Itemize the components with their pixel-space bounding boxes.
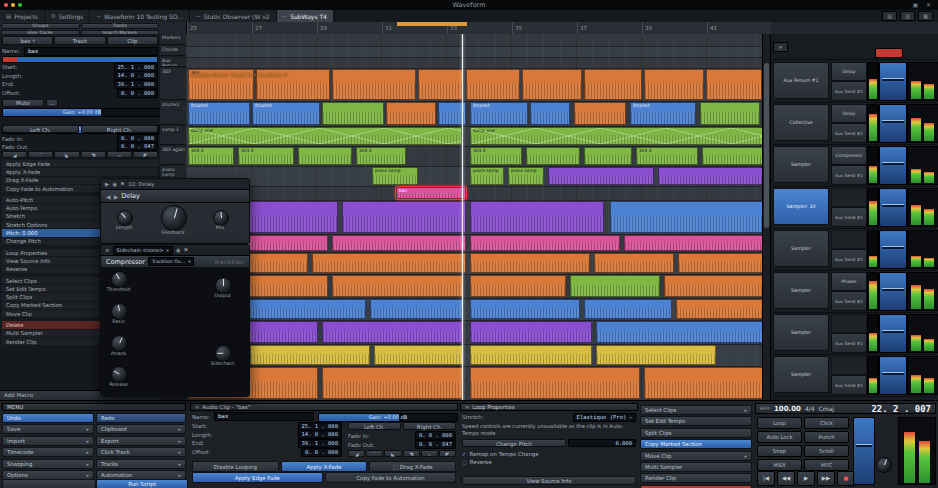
field-value[interactable]: 39. 1 . 000 <box>298 439 342 448</box>
volume-fader[interactable] <box>879 272 907 311</box>
gain-slider[interactable]: Gain: +0.00 dB <box>2 108 162 117</box>
fade-curve-icon[interactable]: ◥ <box>403 450 420 457</box>
clip-color-bar[interactable] <box>2 56 158 63</box>
master-fader[interactable] <box>853 417 875 485</box>
clip-303-4[interactable]: 303 4 <box>188 147 234 165</box>
rack-device-sampler[interactable]: Sampler <box>773 230 829 267</box>
clip[interactable] <box>322 321 464 343</box>
browser-groups-button[interactable]: Groups <box>1 23 80 29</box>
fade-curve-icon[interactable]: ◤ <box>133 151 158 158</box>
fade-curve-icon[interactable]: ◣ <box>384 450 401 457</box>
more-icon[interactable]: … <box>46 99 58 107</box>
clip-piano-samp[interactable]: piano samp <box>508 167 544 185</box>
key-signature[interactable]: Cmaj <box>819 405 834 412</box>
vertical-scrollbar[interactable] <box>762 34 770 400</box>
action-copy-marked-section[interactable]: Copy Marked Section <box>640 439 752 449</box>
track-header-aux-return[interactable]: Aux Return <box>160 57 186 67</box>
rack-device-sampler[interactable]: Sampler <box>773 146 829 183</box>
clip[interactable] <box>574 102 626 125</box>
button-copy-fade-to-automation[interactable]: Copy Fade to Automation <box>325 472 456 483</box>
clip[interactable] <box>658 167 764 185</box>
clip[interactable] <box>664 275 766 297</box>
left-channel-button[interactable]: Left Ch. <box>2 125 79 133</box>
clip[interactable] <box>570 275 660 297</box>
clip[interactable] <box>644 367 766 399</box>
action-split-clips[interactable]: Split Clips <box>640 428 752 438</box>
rack-fx-slot[interactable] <box>831 314 867 333</box>
action-multi-sampler[interactable]: Multi Sampler <box>640 462 752 472</box>
hamburger-icon[interactable]: ≡ <box>105 247 110 253</box>
clip-piano-samp[interactable]: piano samp <box>470 167 504 185</box>
clip-piano-samp[interactable]: piano samp <box>372 167 418 185</box>
tab-clip[interactable]: Clip <box>107 36 158 45</box>
mixer-icon[interactable]: ▥ <box>900 11 915 21</box>
clip-drums1[interactable]: Drums1 <box>470 102 528 125</box>
rack-aux-send-1[interactable]: Aux Send #1 <box>831 333 867 353</box>
clip[interactable] <box>702 147 764 165</box>
volume-fader[interactable] <box>879 188 907 227</box>
clip[interactable] <box>332 235 466 251</box>
menu-tracks[interactable]: Tracks▸ <box>96 459 186 469</box>
clip-name-input[interactable]: bax <box>24 47 158 56</box>
clip[interactable] <box>678 253 766 273</box>
clip[interactable] <box>596 345 716 365</box>
menu-import[interactable]: Import▸ <box>2 436 94 446</box>
clip[interactable] <box>298 147 352 165</box>
run-script-button[interactable]: Run Script <box>96 479 188 488</box>
fade-curve-icon[interactable]: ◢ <box>348 450 365 457</box>
clip-303-4[interactable]: 303 4 <box>470 147 522 165</box>
tab-static-observer-w-v2[interactable]: ~Static Observer (W v2 <box>190 10 277 22</box>
menu-snapping[interactable]: Snapping▸ <box>2 459 94 469</box>
bpm-value[interactable]: 100.00 <box>774 405 801 413</box>
release-knob[interactable] <box>111 366 128 383</box>
toggle-auto-lock[interactable]: Auto Lock <box>757 431 802 443</box>
track-header-303-again[interactable]: 303 again <box>160 146 186 165</box>
clip[interactable] <box>470 275 566 297</box>
button-apply-x-fade[interactable]: Apply X-Fade <box>281 461 368 472</box>
clip[interactable] <box>584 69 642 100</box>
fader-handle[interactable] <box>882 288 904 291</box>
track-header-chords[interactable]: Chords <box>160 46 186 56</box>
rack-fx-phaser[interactable]: Phaser <box>831 272 867 291</box>
fader-handle[interactable] <box>856 444 872 447</box>
left-channel-button[interactable]: Left Ch. <box>348 422 401 430</box>
clip[interactable] <box>470 321 592 343</box>
clip-samp-one[interactable]: samp one <box>188 127 462 145</box>
toggle-mtc[interactable]: MTC <box>804 459 849 471</box>
tab-subways-t4[interactable]: ~SubWays T4 <box>277 10 334 22</box>
clip[interactable] <box>700 102 760 125</box>
arrangement-area[interactable]: 303Drums1Drums1Drums1Drums1samp onesamp … <box>186 34 770 400</box>
rack-device-sampler[interactable]: Sampler <box>773 272 829 309</box>
check-remap-on-tempo-change[interactable]: ✓Remap on Tempo Change <box>462 450 636 458</box>
rack-device-sampler[interactable]: Sampler <box>773 356 829 393</box>
volume-fader[interactable] <box>879 146 907 185</box>
stretch-select[interactable]: Elastique (Pro)▾ <box>573 413 636 422</box>
play-icon[interactable]: ▶ <box>105 181 109 187</box>
fader-handle[interactable] <box>882 120 904 123</box>
clip[interactable] <box>470 299 580 319</box>
clip[interactable] <box>470 367 640 399</box>
mix-knob[interactable] <box>213 210 229 226</box>
tab-track[interactable]: Track <box>54 36 105 45</box>
clip[interactable] <box>250 345 370 365</box>
menu-timecode[interactable]: Timecode▸ <box>2 447 94 457</box>
feedback-knob[interactable] <box>161 205 187 231</box>
window-buttons[interactable]: ▣ ✕ <box>912 0 934 10</box>
preset-select[interactable]: Tracktion Ou...▾ <box>148 257 194 266</box>
fader-handle[interactable] <box>882 204 904 207</box>
fast-forward-button[interactable]: ▶▶ <box>817 471 835 486</box>
toggle-midi[interactable]: MIDI <box>757 459 802 471</box>
view-source-info-button[interactable]: View Source Info <box>462 476 636 485</box>
fader-handle[interactable] <box>882 372 904 375</box>
fade-curve-icon[interactable]: ⌣ <box>421 450 438 457</box>
rack-fx-delay[interactable]: Delay <box>831 104 867 123</box>
maximize-icon[interactable] <box>18 3 22 7</box>
attack-knob[interactable] <box>111 335 128 352</box>
volume-fader[interactable] <box>879 314 907 353</box>
rack-aux-send-1[interactable]: Aux Send #1 <box>831 291 867 311</box>
clip[interactable] <box>610 201 766 233</box>
rack-fx-delay[interactable]: Delay <box>831 62 867 81</box>
menu-export[interactable]: Export▸ <box>96 436 186 446</box>
clip-bax[interactable]: bax <box>396 187 466 199</box>
clip[interactable] <box>530 102 570 125</box>
